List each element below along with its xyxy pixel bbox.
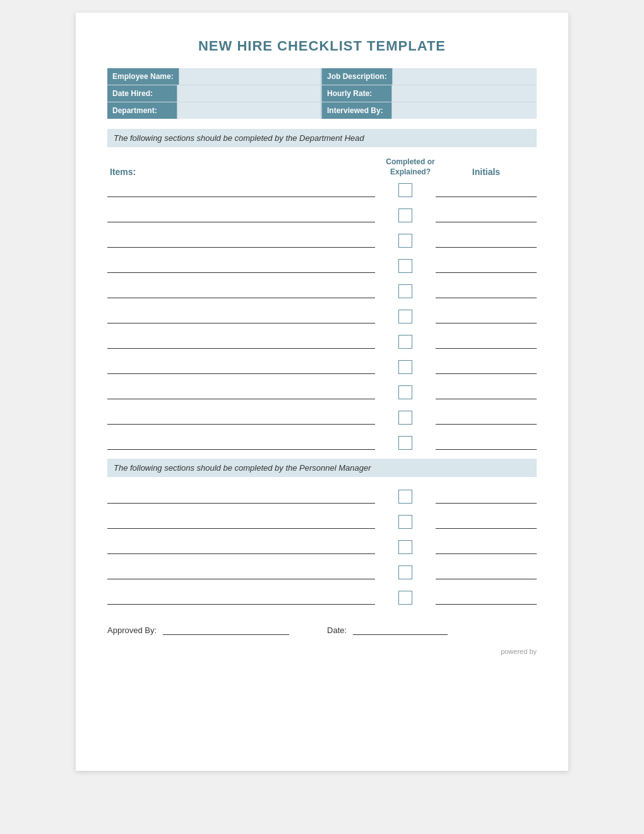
initial-line[interactable]: [436, 490, 537, 504]
item-line[interactable]: [107, 515, 375, 529]
section2-rows: [107, 487, 537, 607]
item-line[interactable]: [107, 335, 375, 349]
checkbox[interactable]: [398, 411, 412, 425]
checkbox-wrapper: [380, 436, 431, 450]
initial-line[interactable]: [436, 540, 537, 554]
checkbox[interactable]: [398, 385, 412, 399]
department-value[interactable]: [177, 102, 321, 119]
initial-line[interactable]: [436, 411, 537, 425]
checklist-row: [107, 408, 537, 427]
checkbox-wrapper: [380, 360, 431, 374]
checkbox[interactable]: [398, 208, 412, 222]
initial-line[interactable]: [436, 208, 537, 222]
checkbox[interactable]: [398, 284, 412, 298]
item-line[interactable]: [107, 310, 375, 323]
item-line[interactable]: [107, 591, 375, 605]
section2-banner: The following sections should be complet…: [107, 459, 537, 477]
initial-line[interactable]: [436, 335, 537, 349]
hourly-rate-label: Hourly Rate:: [322, 85, 391, 102]
initial-line[interactable]: [436, 360, 537, 374]
hourly-rate-value[interactable]: [391, 85, 537, 102]
checkbox-wrapper: [380, 515, 431, 529]
page: NEW HIRE CHECKLIST TEMPLATE Employee Nam…: [76, 13, 568, 771]
item-line[interactable]: [107, 490, 375, 504]
item-line[interactable]: [107, 234, 375, 248]
checkbox-wrapper: [380, 591, 431, 605]
item-line[interactable]: [107, 208, 375, 222]
initial-line[interactable]: [436, 183, 537, 197]
initial-line[interactable]: [436, 591, 537, 605]
checkbox[interactable]: [398, 490, 412, 504]
checkbox[interactable]: [398, 360, 412, 374]
info-row-employee: Employee Name:: [107, 68, 322, 85]
checkbox[interactable]: [398, 540, 412, 554]
checkbox[interactable]: [398, 335, 412, 349]
item-line[interactable]: [107, 565, 375, 579]
approved-by-line[interactable]: [163, 622, 289, 635]
checkbox-wrapper: [380, 385, 431, 399]
initial-line[interactable]: [436, 284, 537, 298]
checklist-row: [107, 538, 537, 557]
info-row-department: Department:: [107, 102, 322, 119]
interviewed-by-label: Interviewed By:: [322, 102, 391, 119]
initial-line[interactable]: [436, 436, 537, 450]
checkbox[interactable]: [398, 183, 412, 197]
checkbox-wrapper: [380, 565, 431, 579]
section1-rows: [107, 181, 537, 452]
date-line[interactable]: [353, 622, 448, 635]
checklist-row: [107, 588, 537, 607]
date-hired-value[interactable]: [177, 85, 321, 102]
item-line[interactable]: [107, 284, 375, 298]
item-line[interactable]: [107, 540, 375, 554]
checklist-header: Items: Completed or Explained? Initials: [107, 157, 537, 179]
checkbox-wrapper: [380, 540, 431, 554]
initial-line[interactable]: [436, 310, 537, 323]
checklist-row: [107, 332, 537, 351]
checkbox-wrapper: [380, 490, 431, 504]
info-col-left: Employee Name: Date Hired: Department:: [107, 68, 322, 119]
checklist-row: [107, 563, 537, 582]
initial-line[interactable]: [436, 259, 537, 273]
checkbox[interactable]: [398, 234, 412, 248]
checklist-row: [107, 433, 537, 452]
employee-name-value[interactable]: [179, 68, 321, 85]
checkbox[interactable]: [398, 259, 412, 273]
initial-line[interactable]: [436, 565, 537, 579]
info-row-job: Job Description:: [322, 68, 537, 85]
checkbox-wrapper: [380, 284, 431, 298]
checkbox[interactable]: [398, 310, 412, 323]
checklist-row: [107, 282, 537, 301]
initial-line[interactable]: [436, 385, 537, 399]
checklist-row: [107, 307, 537, 326]
item-line[interactable]: [107, 436, 375, 450]
info-row-rate: Hourly Rate:: [322, 85, 537, 102]
approved-by-label: Approved By:: [107, 626, 157, 635]
section1-banner: The following sections should be complet…: [107, 129, 537, 147]
item-line[interactable]: [107, 385, 375, 399]
job-description-label: Job Description:: [322, 68, 392, 85]
checkbox[interactable]: [398, 436, 412, 450]
checklist-row: [107, 383, 537, 402]
approved-by-item: Approved By:: [107, 622, 289, 635]
checkbox[interactable]: [398, 515, 412, 529]
item-line[interactable]: [107, 259, 375, 273]
info-grid: Employee Name: Date Hired: Department: J…: [107, 68, 537, 119]
job-description-value[interactable]: [392, 68, 537, 85]
checklist-row: [107, 231, 537, 250]
item-line[interactable]: [107, 183, 375, 197]
info-col-right: Job Description: Hourly Rate: Interviewe…: [322, 68, 537, 119]
checkbox[interactable]: [398, 591, 412, 605]
checklist-row: [107, 257, 537, 275]
checkbox[interactable]: [398, 565, 412, 579]
department-label: Department:: [107, 102, 177, 119]
checkbox-wrapper: [380, 183, 431, 197]
item-line[interactable]: [107, 411, 375, 425]
date-item: Date:: [327, 622, 448, 635]
checklist-row: [107, 206, 537, 225]
initial-line[interactable]: [436, 515, 537, 529]
interviewed-by-value[interactable]: [391, 102, 537, 119]
date-label: Date:: [327, 626, 347, 635]
item-line[interactable]: [107, 360, 375, 374]
col-completed-label: Completed or Explained?: [385, 157, 436, 177]
initial-line[interactable]: [436, 234, 537, 248]
